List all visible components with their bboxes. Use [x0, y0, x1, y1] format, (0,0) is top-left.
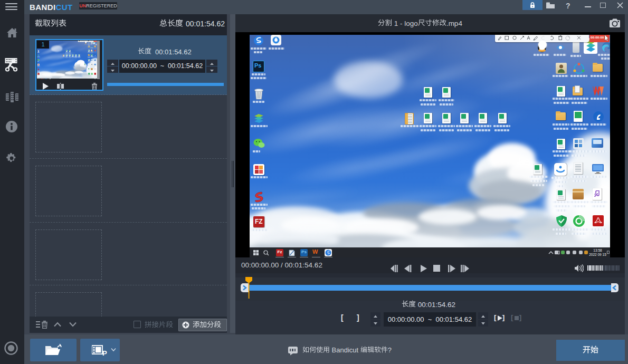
svg-text:P: P [102, 349, 107, 356]
